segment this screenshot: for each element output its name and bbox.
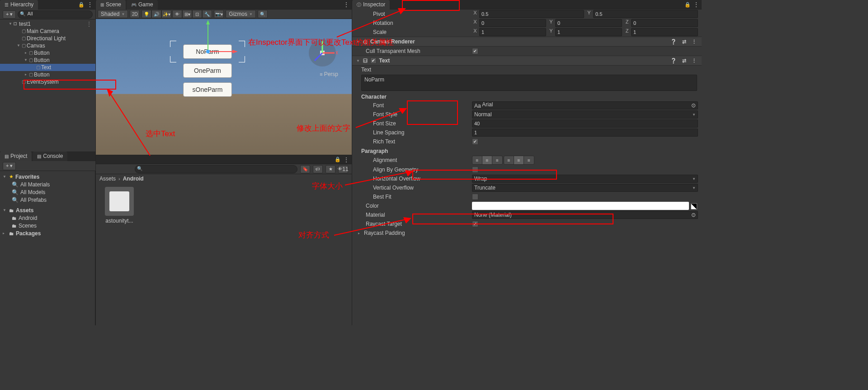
help-icon[interactable]: ❔ — [669, 58, 678, 64]
breadcrumb-item[interactable]: Assets — [99, 176, 116, 182]
scene-tools-icon[interactable]: 🔧 — [202, 10, 212, 18]
hierarchy-item[interactable]: ▢Directional Light — [0, 35, 95, 42]
packages-folder[interactable]: ▸🖿Packages — [0, 229, 95, 237]
pivot-x-input[interactable] — [479, 10, 584, 18]
lock-icon[interactable]: 🔒 — [78, 2, 85, 8]
scene-camera-icon[interactable]: 📷▾ — [214, 10, 224, 18]
favorites-folder[interactable]: ▼★Favorites — [0, 173, 95, 181]
folder-item[interactable]: 🖿Android — [0, 214, 95, 222]
scene-menu-icon[interactable]: ⋮ — [341, 1, 352, 8]
picker-icon[interactable]: ⊙ — [691, 212, 696, 218]
mode-2d-button[interactable]: 2D — [130, 10, 140, 18]
hierarchy-item[interactable]: ▸▢Button — [0, 71, 95, 78]
scene-light-icon[interactable]: 💡 — [142, 10, 151, 18]
raycast-target-checkbox[interactable] — [472, 221, 478, 227]
cull-mesh-checkbox[interactable] — [472, 48, 478, 54]
align-middle-button[interactable]: ≡ — [514, 156, 524, 164]
scene-fx-icon[interactable]: ✨▾ — [161, 10, 171, 18]
project-menu-icon[interactable]: ⋮ — [341, 157, 352, 163]
scene-snap-icon[interactable]: ⊡ — [192, 10, 202, 18]
context-menu-icon[interactable]: ⋮ — [86, 20, 95, 28]
pivot-y-input[interactable] — [593, 10, 698, 18]
material-field[interactable]: None (Material)⊙ — [472, 211, 698, 219]
hierarchy-tab[interactable]: ☰Hierarchy — [0, 0, 38, 10]
game-tab[interactable]: 🎮Game — [127, 0, 158, 10]
help-icon[interactable]: ❔ — [669, 39, 678, 45]
project-tab[interactable]: ▤Project — [0, 152, 32, 161]
scene-tab[interactable]: ⊞Scene — [96, 0, 126, 10]
hierarchy-item[interactable]: ▼▢Button — [0, 57, 95, 64]
line-spacing-input[interactable] — [472, 128, 698, 137]
project-icon: ▤ — [5, 152, 9, 161]
scl-z-input[interactable] — [631, 28, 698, 36]
raycast-target-label: Raycast Target — [357, 221, 472, 227]
lock-icon[interactable]: 🔒 — [335, 157, 341, 162]
preset-icon[interactable]: ⇄ — [681, 58, 688, 64]
lock-icon[interactable]: 🔒 — [684, 2, 691, 8]
component-menu-icon[interactable]: ⋮ — [690, 58, 698, 64]
component-menu-icon[interactable]: ⋮ — [690, 39, 698, 45]
text-enabled-checkbox[interactable] — [370, 57, 377, 64]
scene-search-icon[interactable]: 🔍 — [258, 10, 268, 18]
align-right-button[interactable]: ≡ — [492, 156, 502, 164]
color-field[interactable] — [472, 202, 689, 210]
text-input[interactable]: NoParm — [361, 75, 697, 91]
rich-text-checkbox[interactable] — [472, 138, 478, 145]
favorite-filter-icon[interactable]: ★ — [326, 165, 335, 173]
picker-icon[interactable]: ⊙ — [691, 102, 696, 109]
favorite-item[interactable]: 🔍All Materials — [0, 181, 95, 188]
project-create-button[interactable]: + ▾ — [3, 162, 16, 170]
scl-y-input[interactable] — [555, 28, 622, 36]
inspector-menu-icon[interactable]: ⋮ — [691, 1, 702, 8]
align-top-button[interactable]: ≡ — [504, 156, 514, 164]
hierarchy-item[interactable]: ▼▢Canvas — [0, 42, 95, 49]
canvas-renderer-header[interactable]: ▼◎Canvas Renderer❔⇄⋮ — [352, 37, 702, 47]
scene-hidden-icon[interactable]: 👁 — [172, 10, 182, 18]
align-geom-checkbox[interactable] — [472, 166, 478, 173]
scene-root[interactable]: ▼⛋test1⋮ — [0, 20, 95, 28]
create-button[interactable]: + ▾ — [3, 10, 16, 19]
inspector-tab[interactable]: ⓘInspector — [352, 0, 390, 10]
filter-label-icon[interactable]: 🏷 — [313, 165, 323, 173]
h-overflow-dropdown[interactable]: Wrap▼ — [472, 175, 698, 183]
gizmos-dropdown[interactable]: Gizmos▼ — [226, 10, 256, 18]
hidden-count[interactable]: 👁 11 — [338, 165, 348, 173]
best-fit-checkbox[interactable] — [472, 194, 478, 200]
hierarchy-item[interactable]: ▢EventSystem — [0, 78, 95, 86]
hierarchy-item-selected[interactable]: ▢Text — [0, 64, 95, 71]
console-tab[interactable]: ▤Console — [33, 152, 67, 161]
font-field[interactable]: Aa Arial⊙ — [472, 101, 698, 109]
scene-audio-icon[interactable]: 🔊 — [151, 10, 161, 18]
hierarchy-tree: ▼⛋test1⋮ ▢Main Camera ▢Directional Light… — [0, 19, 95, 152]
filter-type-icon[interactable]: 🔖 — [300, 165, 310, 173]
breadcrumb-item[interactable]: Android — [123, 176, 144, 182]
align-left-button[interactable]: ≡ — [472, 156, 482, 164]
hierarchy-search[interactable]: All — [18, 10, 93, 19]
rot-z-input[interactable] — [631, 19, 698, 27]
rot-y-input[interactable] — [555, 19, 622, 27]
align-center-button[interactable]: ≡ — [482, 156, 492, 164]
scl-x-input[interactable] — [479, 28, 546, 36]
asset-item[interactable]: astounityt... — [101, 187, 137, 224]
v-overflow-dropdown[interactable]: Truncate▼ — [472, 184, 698, 192]
scene-grid-icon[interactable]: ⊞▾ — [182, 10, 192, 18]
align-bottom-button[interactable]: ≡ — [524, 156, 534, 164]
hierarchy-menu-icon[interactable]: ⋮ — [85, 1, 95, 8]
scene-viewport[interactable]: NoParm OneParm sOneParm x ≡ Persp — [96, 19, 352, 155]
hierarchy-item[interactable]: ▢Main Camera — [0, 28, 95, 35]
assets-folder[interactable]: ▼🖿Assets — [0, 206, 95, 214]
text-component-header[interactable]: ▼TText❔⇄⋮ — [352, 56, 702, 66]
folder-item[interactable]: 🖿Scenes — [0, 222, 95, 229]
shading-dropdown[interactable]: Shaded▼ — [98, 10, 128, 18]
rotation-label: Rotation — [357, 20, 472, 26]
favorite-item[interactable]: 🔍All Models — [0, 188, 95, 196]
font-size-input[interactable] — [472, 119, 698, 128]
font-style-dropdown[interactable]: Normal▼ — [472, 110, 698, 119]
orientation-gizmo[interactable]: x — [307, 37, 338, 69]
hierarchy-item[interactable]: ▸▢Button — [0, 49, 95, 57]
rot-x-input[interactable] — [479, 19, 546, 27]
perspective-label[interactable]: ≡ Persp — [320, 71, 338, 77]
project-search[interactable] — [135, 165, 297, 173]
favorite-item[interactable]: 🔍All Prefabs — [0, 196, 95, 204]
preset-icon[interactable]: ⇄ — [681, 39, 688, 45]
